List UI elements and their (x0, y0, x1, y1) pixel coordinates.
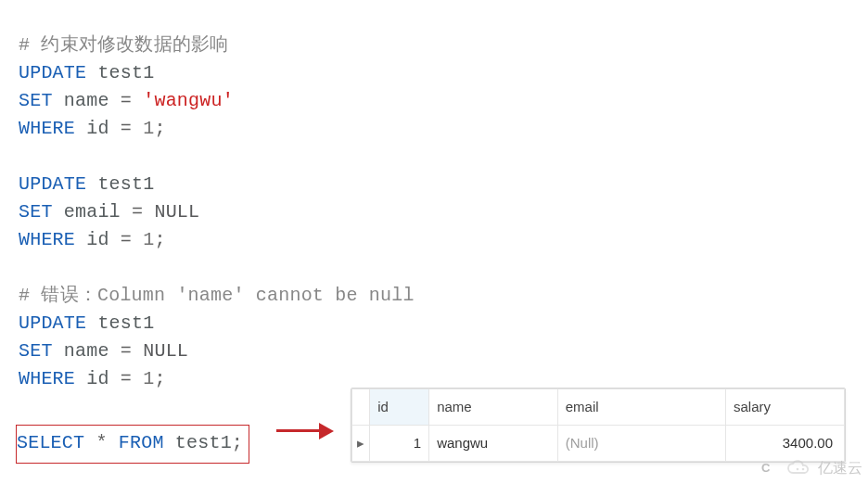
null: NULL (143, 340, 188, 362)
str-wangwu: 'wangwu' (143, 90, 234, 111)
kw-where: WHERE (19, 118, 75, 139)
id-id: id (86, 229, 108, 250)
cell-id[interactable]: 1 (370, 426, 429, 462)
kw-update: UPDATE (19, 312, 86, 334)
watermark: 亿速云 (785, 454, 862, 482)
kw-set: SET (19, 201, 53, 223)
eq: = (121, 201, 155, 223)
svg-point-0 (797, 468, 799, 471)
kw-where: WHERE (19, 229, 75, 250)
arrow-icon (276, 419, 351, 443)
row-pointer-header (352, 389, 370, 426)
col-email[interactable]: email (557, 389, 725, 426)
comment-hash: # (19, 285, 41, 306)
col-salary[interactable]: salary (726, 389, 845, 426)
corner-mark: C (761, 454, 771, 482)
comment-hash: # (19, 34, 41, 56)
id-name: name (64, 340, 109, 362)
id-id: id (86, 118, 108, 139)
id-email: email (64, 201, 121, 223)
kw-from: FROM (119, 432, 164, 453)
eq: = (109, 118, 144, 139)
comment-2: 错误：Column 'name' cannot be null (41, 285, 414, 306)
semi: ; (154, 368, 165, 389)
eq: = (109, 90, 144, 111)
num-1: 1 (143, 368, 154, 389)
col-name[interactable]: name (429, 389, 558, 426)
result-grid: id name email salary ▸ 1 wangwu (Null) 3… (351, 388, 846, 463)
comment-1: 约束对修改数据的影响 (41, 34, 228, 56)
num-1: 1 (143, 118, 154, 139)
id-test1: test1 (97, 62, 154, 83)
kw-update: UPDATE (19, 173, 86, 195)
cell-email[interactable]: (Null) (557, 426, 725, 462)
null: NULL (154, 201, 199, 223)
kw-where: WHERE (19, 368, 75, 389)
row-pointer-icon: ▸ (352, 426, 370, 462)
svg-point-1 (802, 468, 805, 471)
id-test1: test1 (97, 312, 154, 334)
eq: = (109, 340, 144, 362)
semi: ; (232, 432, 243, 453)
header-row: id name email salary (352, 389, 845, 426)
kw-set: SET (19, 340, 53, 362)
star: * (96, 432, 107, 453)
eq: = (109, 229, 144, 250)
eq: = (109, 368, 144, 389)
select-highlight: SELECT * FROM test1; (16, 425, 249, 464)
semi: ; (154, 229, 165, 250)
semi: ; (154, 118, 165, 139)
kw-select: SELECT (17, 432, 84, 453)
num-1: 1 (143, 229, 154, 250)
kw-set: SET (19, 90, 53, 111)
id-test1: test1 (97, 173, 154, 195)
kw-update: UPDATE (19, 62, 86, 83)
id-test1: test1 (175, 432, 232, 453)
id-name: name (64, 90, 109, 111)
watermark-text: 亿速云 (818, 454, 862, 482)
col-id[interactable]: id (370, 389, 429, 426)
cell-name[interactable]: wangwu (429, 426, 558, 462)
cloud-icon (785, 459, 812, 478)
id-id: id (86, 368, 108, 389)
